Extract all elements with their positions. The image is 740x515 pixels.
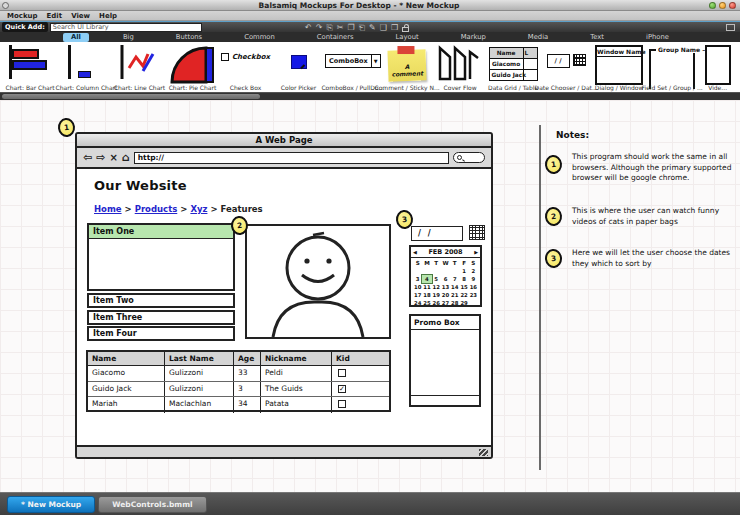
category-tab-common[interactable]: Common — [236, 33, 283, 42]
browser-search-box[interactable] — [453, 152, 485, 163]
calendar-day[interactable]: 24 — [413, 299, 422, 307]
calendar-next-icon[interactable]: ▶ — [474, 249, 478, 255]
forward-arrow-icon[interactable]: ⇨ — [96, 149, 105, 167]
table-row[interactable]: Guido JackGulizzoni3The Guids✓ — [88, 382, 389, 398]
calendar-day[interactable]: 9 — [469, 275, 478, 283]
table-row[interactable]: MariahMaclachlan34Patata — [88, 397, 389, 413]
calendar-day[interactable]: 12 — [432, 283, 441, 291]
calendar-day[interactable]: 18 — [422, 291, 431, 299]
kid-checkbox[interactable] — [338, 369, 346, 377]
calendar-day[interactable]: 10 — [413, 283, 422, 291]
lock-icon[interactable] — [402, 27, 409, 32]
library-item-comment[interactable]: A comment Comment / Sticky N... — [381, 42, 434, 92]
calendar-day[interactable]: 2 — [469, 267, 478, 275]
breadcrumb-link[interactable]: Products — [135, 204, 178, 214]
menu-mockup[interactable]: Mockup — [7, 12, 38, 20]
promo-box[interactable]: Promo Box — [409, 314, 481, 407]
list-item-selected[interactable]: Item One — [89, 225, 233, 239]
resize-grip-icon[interactable] — [479, 449, 488, 456]
library-item-line-chart[interactable]: Chart: Line Chart — [113, 42, 166, 92]
scrollbar-thumb[interactable] — [2, 94, 260, 99]
calendar-day[interactable]: 6 — [441, 275, 450, 283]
list-item[interactable]: Item Four — [87, 326, 235, 341]
library-item-field-set[interactable]: Group Name – Field Set / Group / ... — [646, 42, 699, 92]
library-item-bar-chart[interactable]: Chart: Bar Chart — [0, 42, 60, 92]
category-tab-containers[interactable]: Containers — [309, 33, 362, 42]
category-tab-markup[interactable]: Markup — [453, 33, 494, 42]
calendar-day[interactable]: 25 — [422, 299, 431, 307]
category-tab-iphone[interactable]: iPhone — [638, 33, 677, 42]
menu-help[interactable]: Help — [99, 12, 117, 20]
library-item-column-chart[interactable]: Chart: Column Chart — [60, 42, 113, 92]
breadcrumb-link[interactable]: Xyz — [190, 204, 207, 214]
calendar-grid[interactable]: SMTWTFS123456789101112131415161718192021… — [411, 258, 480, 307]
fullscreen-icon[interactable] — [726, 24, 735, 31]
browser-window-mockup[interactable]: A Web Page ⇦ ⇨ × ⌂ http:// Our Website H… — [75, 132, 493, 459]
item-list[interactable]: Item One — [87, 223, 235, 291]
calendar-day[interactable]: 3 — [413, 275, 422, 283]
webcam-image[interactable] — [245, 224, 391, 339]
maximize-button[interactable] — [719, 2, 726, 9]
calendar-day[interactable]: 20 — [441, 291, 450, 299]
library-item-color-picker[interactable]: Color Picker — [272, 42, 325, 92]
library-item-data-grid[interactable]: NameL Giacomo Guido Jack Data Grid / Tab… — [487, 42, 540, 92]
stop-icon[interactable]: × — [109, 149, 117, 167]
calendar-day[interactable]: 23 — [469, 291, 478, 299]
category-tab-all[interactable]: All — [63, 33, 89, 42]
calendar-day[interactable]: 13 — [441, 283, 450, 291]
library-item-video[interactable]: Vide... — [699, 42, 737, 92]
category-tab-buttons[interactable]: Buttons — [168, 33, 210, 42]
calendar-day[interactable]: 28 — [450, 299, 459, 307]
library-item-date-chooser[interactable]: / / Date Chooser / Dat... — [540, 42, 593, 92]
calendar-day[interactable]: 14 — [450, 283, 459, 291]
calendar-day[interactable]: 15 — [459, 283, 468, 291]
calendar-day[interactable]: 1 — [459, 267, 468, 275]
calendar-day[interactable]: 22 — [459, 291, 468, 299]
tab-webcontrols[interactable]: WebControls.bmml — [98, 496, 206, 513]
calendar-day[interactable]: 7 — [450, 275, 459, 283]
mockup-data-grid[interactable]: NameLast NameAgeNicknameKid GiacomoGuliz… — [86, 350, 391, 412]
list-item[interactable]: Item Two — [87, 293, 235, 308]
calendar-day[interactable]: 21 — [450, 291, 459, 299]
calendar-day[interactable]: 11 — [422, 283, 431, 291]
calendar-widget[interactable]: ◀ FEB 2008 ▶ SMTWTFS12345678910111213141… — [409, 245, 482, 307]
library-item-combobox[interactable]: ComboBox ▼ ComboBox / PullDo... — [325, 42, 381, 92]
close-button[interactable] — [729, 2, 736, 9]
library-item-pie-chart[interactable]: Chart: Pie Chart — [166, 42, 219, 92]
menu-view[interactable]: View — [71, 12, 90, 20]
library-item-cover-flow[interactable]: Cover Flow — [434, 42, 487, 92]
calendar-prev-icon[interactable]: ◀ — [413, 249, 417, 255]
calendar-day[interactable]: 8 — [459, 275, 468, 283]
calendar-day[interactable]: 4 — [422, 275, 431, 283]
list-item[interactable]: Item Three — [87, 310, 235, 325]
kid-checkbox[interactable] — [338, 400, 346, 408]
calendar-day[interactable]: 26 — [432, 299, 441, 307]
back-arrow-icon[interactable]: ⇦ — [83, 149, 92, 167]
tab-new-mockup[interactable]: * New Mockup — [7, 496, 95, 513]
calendar-day[interactable]: 29 — [459, 299, 468, 307]
search-input[interactable] — [50, 23, 202, 32]
mockup-canvas[interactable]: 1 2 3 A Web Page ⇦ ⇨ × ⌂ http:// Our Web… — [0, 100, 740, 492]
date-input[interactable]: / / — [411, 226, 463, 241]
library-scrollbar[interactable] — [0, 92, 740, 100]
url-field[interactable]: http:// — [134, 152, 449, 164]
calendar-day[interactable]: 16 — [469, 283, 478, 291]
calendar-day[interactable]: 19 — [432, 291, 441, 299]
category-tab-text[interactable]: Text — [582, 33, 612, 42]
library-item-check-box[interactable]: Checkbox Check Box — [219, 42, 272, 92]
calendar-day[interactable]: 5 — [432, 275, 441, 283]
breadcrumb-link[interactable]: Home — [94, 204, 122, 214]
table-row[interactable]: GiacomoGulizzoni33Peldi — [88, 366, 389, 382]
home-icon[interactable]: ⌂ — [122, 149, 130, 167]
library-item-dialog[interactable]: Window Name Dialog / Window — [593, 42, 646, 92]
annotation-marker-1[interactable]: 1 — [57, 117, 76, 138]
minimize-button[interactable] — [709, 2, 716, 9]
category-tab-big[interactable]: Big — [115, 33, 142, 42]
date-picker-button[interactable] — [469, 225, 485, 240]
category-tab-layout[interactable]: Layout — [388, 33, 427, 42]
kid-checkbox[interactable]: ✓ — [338, 385, 346, 393]
calendar-day[interactable]: 27 — [441, 299, 450, 307]
category-tab-media[interactable]: Media — [520, 33, 556, 42]
calendar-day[interactable]: 17 — [413, 291, 422, 299]
menu-edit[interactable]: Edit — [47, 12, 63, 20]
